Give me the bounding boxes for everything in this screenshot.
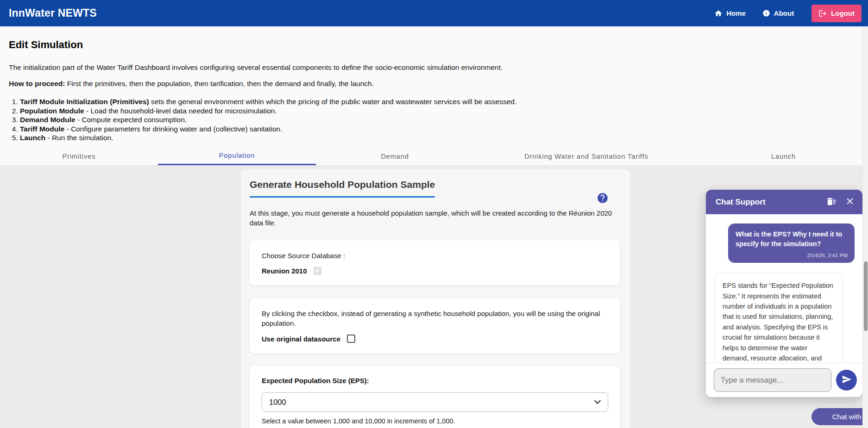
module-tabs: Primitives Population Demand Drinking Wa… (0, 147, 868, 165)
tab-tariffs[interactable]: Drinking Water and Sanitation Tariffs (474, 147, 699, 165)
how-to-proceed: How to proceed: First the primitives, th… (9, 80, 859, 88)
population-panel: Generate Household Population Sample At … (241, 169, 630, 428)
chat-input[interactable] (714, 368, 831, 392)
home-icon (714, 9, 723, 18)
nav-home[interactable]: Home (714, 9, 746, 18)
eps-helper-text: Select a value between 1,000 and 10,000 … (262, 417, 608, 425)
user-message-text: What is the EPS? Why I need it to specif… (736, 230, 848, 249)
tab-launch[interactable]: Launch (699, 147, 868, 165)
original-datasource-text: By clicking the checkbox, instead of gen… (262, 309, 608, 328)
page-scrollbar[interactable] (862, 26, 868, 428)
bot-message-bubble: EPS stands for “Expected Population Size… (715, 273, 843, 363)
step-item: Demand Module - Compute expected consump… (20, 115, 859, 124)
chat-launcher-button[interactable]: Chat with us (811, 408, 868, 425)
nav-home-label: Home (726, 9, 746, 17)
step-item: Launch - Run the simulation. (20, 133, 859, 143)
panel-title: Generate Household Population Sample (250, 179, 435, 198)
original-datasource-label: Use original datasource (262, 335, 340, 343)
page-title: Edit Simulation (9, 39, 859, 51)
eps-label: Expected Population Size (EPS): (262, 377, 608, 385)
clear-chat-button[interactable] (826, 196, 837, 208)
bot-message-text: EPS stands for “Expected Population Size… (723, 280, 835, 363)
source-database-checkbox: ✓ (314, 267, 321, 275)
module-steps-list: Tariff Module Initialization (Primitives… (9, 97, 859, 143)
chat-support-panel: Chat Support What is the EPS? Why I need… (706, 190, 862, 397)
send-button[interactable] (836, 370, 857, 391)
header-nav: Home About Logout (714, 5, 862, 22)
logout-icon (818, 9, 827, 18)
app-header: InnWater NEWTS Home About Logout (0, 0, 868, 26)
app-brand: InnWater NEWTS (9, 7, 97, 19)
eps-card: Expected Population Size (EPS): 1000 Sel… (250, 366, 620, 428)
source-database-label: Choose Source Database : (262, 251, 608, 261)
logout-button[interactable]: Logout (811, 5, 862, 22)
delete-sweep-icon (826, 196, 837, 208)
tab-primitives[interactable]: Primitives (0, 147, 158, 165)
scrollbar-thumb[interactable] (864, 261, 868, 331)
panel-description: At this stage, you must generate a house… (250, 208, 620, 228)
tab-population[interactable]: Population (158, 147, 316, 165)
step-item: Tariff Module - Configure parameters for… (20, 124, 859, 134)
info-icon (762, 9, 770, 17)
chat-header: Chat Support (706, 190, 862, 214)
nav-about[interactable]: About (762, 9, 794, 17)
nav-about-label: About (774, 9, 794, 17)
chat-input-row (706, 363, 862, 397)
chat-messages[interactable]: What is the EPS? Why I need it to specif… (706, 214, 862, 363)
message-timestamp: 2/14/26, 3:41 PM (736, 253, 848, 258)
database-name: Reunion 2010 (262, 267, 307, 275)
intro-paragraph: The initialization part of the Water Tar… (9, 63, 859, 72)
step-item: Population Module - Load the household-l… (20, 106, 859, 116)
help-icon[interactable] (597, 192, 609, 206)
original-datasource-card: By clicking the checkbox, instead of gen… (250, 298, 620, 354)
intro-section: Edit Simulation The initialization part … (0, 26, 868, 165)
close-chat-button[interactable] (845, 196, 855, 208)
eps-select[interactable]: 1000 (262, 392, 608, 412)
source-database-card: Choose Source Database : Reunion 2010 ✓ (250, 240, 620, 285)
close-icon (845, 196, 855, 208)
step-item: Tariff Module Initialization (Primitives… (20, 97, 859, 106)
chat-title: Chat Support (716, 198, 766, 207)
tab-demand[interactable]: Demand (316, 147, 474, 165)
original-datasource-checkbox[interactable] (347, 335, 355, 343)
logout-label: Logout (831, 9, 855, 17)
user-message-bubble: What is the EPS? Why I need it to specif… (728, 223, 855, 263)
send-icon (842, 374, 852, 386)
